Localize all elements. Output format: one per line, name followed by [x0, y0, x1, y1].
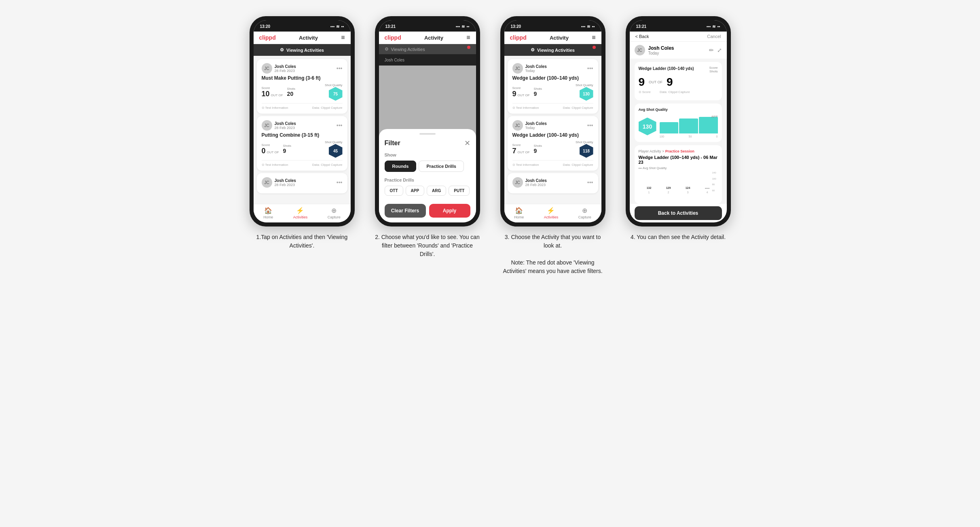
phone-3-screen: 13:20 ▪▪▪ ≋ ▪▪ clippd Activity ≡ ⚙ Viewi… — [504, 20, 601, 222]
nav-title-1: Activity — [299, 35, 318, 41]
battery-icon-3: ▪▪ — [592, 24, 595, 29]
card-stats-1-2: Score 0 OUT OF Shots 9 — [262, 140, 343, 158]
card-title-4: Wedge Ladder (100–140 yds) — [639, 66, 694, 71]
back-button[interactable]: < Back — [635, 34, 649, 39]
detail-user-row: JC Josh Coles Today ✏ ⤢ — [630, 42, 727, 59]
logo-3: clippd — [510, 34, 527, 41]
scroll-content-1: JC Josh Coles 28 Feb 2023 ••• Must Make … — [254, 56, 351, 204]
bottom-nav-activities-3[interactable]: ⚡ Activities — [544, 207, 559, 219]
wifi-icon-2: ≋ — [461, 24, 465, 29]
app-button[interactable]: APP — [406, 186, 425, 196]
time-3: 13:20 — [511, 24, 521, 29]
viewing-activities-bar-3[interactable]: ⚙ Viewing Activities — [504, 44, 601, 56]
shots-col-label: Shots — [709, 70, 718, 73]
quality-badge-1-2: 45 — [329, 144, 343, 158]
user-name-1-1: Josh Coles — [275, 64, 296, 69]
clear-filters-button[interactable]: Clear Filters — [385, 204, 426, 218]
partial-card-top-2: Josh Coles — [379, 54, 476, 66]
detail-user-date: Today — [648, 51, 674, 55]
bar-3: 124 3 — [679, 186, 697, 194]
signal-icon-3: ▪▪▪ — [581, 24, 586, 29]
card-dots-1-1[interactable]: ••• — [337, 65, 343, 72]
practice-drills-button[interactable]: Practice Drills — [419, 161, 464, 172]
card-stats-1-1: Score 10 OUT OF Shots 20 — [262, 83, 343, 101]
wifi-icon-4: ≋ — [712, 24, 715, 29]
test-info-icon: ⊙ — [639, 90, 641, 94]
status-icons-1: ▪▪▪ ≋ ▪▪ — [330, 24, 344, 29]
phones-row: 13:20 ▪▪▪ ≋ ▪▪ clippd Activity ≡ ⚙ Vie — [246, 16, 735, 275]
stat-shots-1-1: Shots 20 — [287, 87, 295, 97]
viewing-activities-bar-1[interactable]: ⚙ Viewing Activities — [254, 44, 351, 56]
filter-modal: Filter ✕ Show Rounds Practice Drills Pra… — [379, 129, 476, 222]
wifi-icon-3: ≋ — [587, 24, 590, 29]
nav-bar-3: clippd Activity ≡ — [504, 32, 601, 44]
drill-detail-title: Wedge Ladder (100–140 yds) - 06 Mar 23 — [639, 155, 718, 165]
filter-header: Filter ✕ — [385, 139, 470, 148]
filter-close-button[interactable]: ✕ — [464, 139, 470, 148]
bar-2-small — [679, 119, 698, 133]
status-bar-1: 13:20 ▪▪▪ ≋ ▪▪ — [254, 20, 351, 32]
bottom-nav-capture-1[interactable]: ⊕ Capture — [328, 207, 341, 219]
menu-icon-3[interactable]: ≡ — [592, 34, 595, 41]
score-big: 9 — [639, 76, 645, 89]
gear-icon-1: ⚙ — [280, 47, 284, 53]
bottom-nav-home-3[interactable]: 🏠 Home — [514, 207, 524, 219]
caption-4: 4. You can then see the Activity detail. — [631, 233, 726, 241]
ott-button[interactable]: OTT — [385, 186, 403, 196]
filter-title: Filter — [385, 140, 400, 147]
outof-label: OUT OF — [649, 80, 663, 84]
red-dot-2 — [467, 46, 470, 49]
drill-subtitle: ••• Avg Shot Quality — [639, 166, 718, 170]
logo-2: clippd — [385, 34, 401, 41]
user-info-1-2: JC Josh Coles 28 Feb 2023 — [262, 120, 296, 131]
card-header-1-2: JC Josh Coles 28 Feb 2023 ••• — [262, 120, 343, 131]
menu-icon-1[interactable]: ≡ — [341, 34, 345, 41]
scroll-content-3: JC Josh Coles Today ••• Wedge Ladder (10… — [504, 56, 601, 204]
capture-icon-1: ⊕ — [331, 207, 337, 214]
putt-button[interactable]: PUTT — [449, 186, 470, 196]
cancel-button[interactable]: Cancel — [707, 34, 721, 39]
red-dot-3 — [593, 46, 596, 49]
time-4: 13:21 — [636, 24, 647, 29]
bar-1: 132 1 — [640, 186, 658, 194]
expand-icon[interactable]: ⤢ — [717, 47, 722, 53]
menu-icon-2[interactable]: ≡ — [466, 34, 470, 41]
arg-button[interactable]: ARG — [427, 186, 446, 196]
activity-card-3-3[interactable]: JC Josh Coles 28 Feb 2023 ••• — [508, 173, 598, 193]
activity-card-3-1[interactable]: JC Josh Coles Today ••• Wedge Ladder (10… — [508, 59, 598, 114]
activity-card-3-2[interactable]: JC Josh Coles Today ••• Wedge Ladder (10… — [508, 116, 598, 171]
card-title-1-1: Must Make Putting (3-6 ft) — [262, 75, 343, 81]
avatar-1-3: JC — [262, 177, 272, 188]
phone-4-screen: 13:21 ▪▪▪ ≋ ▪▪ < Back Cancel JC — [630, 20, 727, 222]
activity-card-1-2[interactable]: JC Josh Coles 28 Feb 2023 ••• Putting Co… — [257, 116, 347, 171]
status-bar-3: 13:20 ▪▪▪ ≋ ▪▪ — [504, 20, 601, 32]
activity-card-1-3[interactable]: JC Josh Coles 28 Feb 2023 ••• — [257, 173, 347, 193]
nav-bar-1: clippd Activity ≡ — [254, 32, 351, 44]
nav-bar-2: clippd Activity ≡ — [379, 32, 476, 44]
phone-1-screen: 13:20 ▪▪▪ ≋ ▪▪ clippd Activity ≡ ⚙ Vie — [254, 20, 351, 222]
edit-icon[interactable]: ✏ — [709, 47, 714, 53]
rounds-button[interactable]: Rounds — [385, 161, 417, 172]
avg-quality-badge: 130 — [639, 118, 656, 135]
bottom-nav-activities-1[interactable]: ⚡ Activities — [293, 207, 308, 219]
nav-title-2: Activity — [424, 35, 443, 41]
caption-3: 3. Choose the Activity that you want to … — [500, 233, 605, 275]
shots-big: 9 — [667, 76, 673, 89]
phone-2-frame: 13:21 ▪▪▪ ≋ ▪▪ clippd Activity ≡ ⚙ Vie — [375, 16, 480, 226]
bottom-nav-home-1[interactable]: 🏠 Home — [263, 207, 273, 219]
back-to-activities-button[interactable]: Back to Activities — [635, 206, 722, 220]
partial-user-2: Josh Coles — [385, 58, 404, 62]
small-chart — [660, 115, 718, 135]
time-1: 13:20 — [260, 24, 271, 29]
detail-content: Wedge Ladder (100–140 yds) Score Shots 9… — [630, 59, 727, 204]
bottom-nav-1: 🏠 Home ⚡ Activities ⊕ Capture — [254, 204, 351, 222]
detail-icons: ✏ ⤢ — [709, 47, 722, 53]
phone-4-column: 13:21 ▪▪▪ ≋ ▪▪ < Back Cancel JC — [622, 16, 735, 241]
card-dots-1-2[interactable]: ••• — [337, 122, 343, 129]
apply-button[interactable]: Apply — [429, 204, 470, 218]
activity-card-1-1[interactable]: JC Josh Coles 28 Feb 2023 ••• Must Make … — [257, 59, 347, 114]
user-date-1-1: 28 Feb 2023 — [275, 69, 296, 73]
bottom-nav-capture-3[interactable]: ⊕ Capture — [578, 207, 591, 219]
gear-icon-2: ⚙ — [385, 47, 389, 52]
quality-badge-3-2: 118 — [580, 144, 593, 158]
